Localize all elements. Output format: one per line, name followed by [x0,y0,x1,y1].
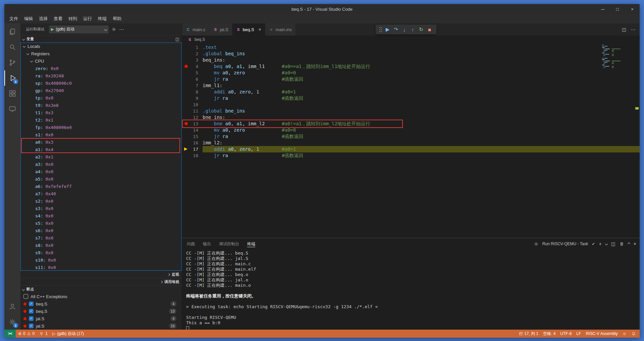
title-bar[interactable]: beq.S - 17 - Visual Studio Code ─ □ × [4,4,640,14]
checkbox-checked[interactable]: ✓ [29,309,34,314]
run-and-debug-icon[interactable]: 1 [4,70,20,86]
extensions-icon[interactable] [4,86,20,101]
editor-tab[interactable]: ≡main.ins [265,23,296,36]
register-row[interactable]: a3:0x0 [20,160,182,168]
code-text[interactable]: jr ra #函数返回 [203,95,640,101]
code-line[interactable]: 12bne_ins: [182,114,640,121]
code-text[interactable]: .global bne_ins [203,108,640,114]
breakpoints-section-header[interactable]: 断点 [20,285,182,293]
language-mode[interactable]: RISC-V Assembly [583,330,620,338]
code-text[interactable]: imm_l1: [203,82,640,89]
gutter-glyph[interactable] [182,140,191,146]
code-line[interactable]: 11.global bne_ins [182,108,640,114]
code-line[interactable]: 15 jr ra #函数返回 [182,133,640,140]
register-row[interactable]: s10:0x0 [20,256,182,264]
close-tab-icon[interactable]: × [259,27,261,32]
gutter-glyph[interactable] [182,146,191,152]
debug-session-status[interactable]: ▷ (gdb) 启动 (17) [50,330,86,338]
register-row[interactable]: a5:0x0 [20,175,182,183]
code-editor[interactable]: 1.text2.global beq_ins3beq_ins:4 beq a0,… [182,44,640,238]
indentation[interactable]: 空格: 4 [541,330,558,338]
breakpoint-row[interactable]: ✓beq.S4 [20,300,182,308]
breakpoint-row[interactable]: ✓beq.S13 [20,308,182,315]
register-row[interactable]: s2:0x0 [20,197,182,205]
problems-status[interactable]: ⊘0 ⚠0 [16,330,37,338]
notifications-bell-icon[interactable] [629,330,638,338]
register-row[interactable]: t2:0x1 [20,116,182,124]
gutter-glyph[interactable] [182,76,191,82]
code-line[interactable]: 5 mv a0, zero #a0=0 [182,70,640,76]
stop-button[interactable]: ■ [425,27,434,32]
checkbox-checked[interactable]: ✓ [29,316,34,321]
menu-item[interactable]: 查看 [51,15,65,22]
code-text[interactable]: bne_ins: [203,114,640,121]
register-row[interactable]: tp:0x0 [20,94,182,101]
variables-tree[interactable]: LocalsRegistersCPUzero:0x0ra:0x10248sp:0… [20,43,182,271]
register-row[interactable]: a7:0x40 [20,190,182,197]
register-row[interactable]: a6:0xfefefeff [20,183,182,190]
code-line[interactable]: 8 addi a0, zero, 1 #a0=1 [182,89,640,95]
split-terminal-icon[interactable]: ◫ [611,241,615,247]
editor-tab[interactable]: Sjal.S [209,23,232,36]
register-row[interactable]: s3:0x0 [20,205,182,212]
register-row[interactable]: fp:0x408006e0 [20,124,182,131]
register-row[interactable]: sp:0x408006c0 [20,79,182,87]
code-text[interactable]: addi a0, zero, 1 #a0=1 [203,89,640,95]
launch-config-dropdown[interactable]: ▶ (gdb) 启动 [49,25,109,33]
breakpoint-row[interactable]: ✓jal.S4 [20,315,182,322]
code-text[interactable]: jr ra #函数返回 [203,76,640,82]
code-line[interactable]: 3beq_ins: [182,57,640,63]
maximize-icon[interactable]: □ [610,4,625,14]
code-line[interactable]: 7imm_l1: [182,82,640,89]
menu-item[interactable]: 转到 [65,15,80,22]
panes-icon[interactable]: ◫ [175,37,179,42]
code-line[interactable]: 2.global beq_ins [182,51,640,57]
code-line[interactable]: 4 beq a0, a1, imm_l1 #a0==a1，跳转到imm_l1地址… [182,63,640,70]
code-line[interactable]: 6 jr ra #函数返回 [182,76,640,82]
gutter-glyph[interactable] [182,70,191,76]
gutter-glyph[interactable] [182,108,191,114]
step-out-button[interactable]: ↑ [409,27,417,32]
panel-tab[interactable]: 输出 [199,238,215,250]
code-text[interactable]: beq a0, a1, imm_l1 #a0==a1，跳转到imm_l1地址处开… [203,63,640,70]
scope-row[interactable]: CPU [20,57,182,65]
variables-section-header[interactable]: 变量 ◫ [20,35,182,43]
breakpoint-row[interactable]: ✓jal.S16 [20,322,182,330]
code-line[interactable]: 1.text [182,44,640,51]
split-editor-icon[interactable]: ◫ [622,27,626,32]
code-line[interactable]: 18 jr ra #函数返回 [182,152,640,159]
register-row[interactable]: a0:0x3 [20,138,182,146]
explorer-icon[interactable] [4,24,20,40]
close-panel-icon[interactable]: × [634,241,636,247]
register-row[interactable]: s4:0x0 [20,212,182,219]
gutter-glyph[interactable] [182,51,191,57]
account-icon[interactable] [4,299,20,314]
code-text[interactable]: mv a0, zero #a0=0 [203,127,640,133]
code-text[interactable]: .global beq_ins [203,51,640,57]
start-debug-icon[interactable]: ▶ [51,27,54,31]
minimap[interactable] [602,45,633,69]
code-line[interactable]: 9 jr ra #函数返回 [182,95,640,101]
step-into-button[interactable]: ↓ [400,27,409,32]
menu-item[interactable]: 终端 [95,15,110,22]
checkbox-unchecked[interactable] [23,294,28,299]
watch-section-header[interactable]: 监视 [20,271,182,278]
register-row[interactable]: ra:0x10248 [20,72,182,79]
menu-item[interactable]: 编辑 [21,15,36,22]
menu-item[interactable]: 选择 [36,15,51,22]
callstack-section-header[interactable]: 调用堆栈 [20,278,182,285]
checkbox-checked[interactable]: ✓ [29,324,34,328]
cursor-position[interactable]: 行 17, 列 1 [517,330,541,338]
restart-button[interactable]: ↻ [417,26,425,32]
maximize-panel-icon[interactable] [628,243,630,245]
editor-tab[interactable]: Cmain.c [182,23,209,36]
menu-item[interactable]: 运行 [80,15,95,22]
minimize-icon[interactable]: ─ [595,4,610,14]
panel-tab[interactable]: 问题 [183,238,199,250]
register-row[interactable]: s11:0x0 [20,264,182,271]
editor-tab[interactable]: Sbeq.S× [232,23,265,36]
gutter-glyph[interactable] [182,44,191,51]
register-row[interactable]: t0:0x3e8 [20,101,182,109]
code-line[interactable]: 10 [182,101,640,108]
new-terminal-icon[interactable]: + [599,241,601,247]
